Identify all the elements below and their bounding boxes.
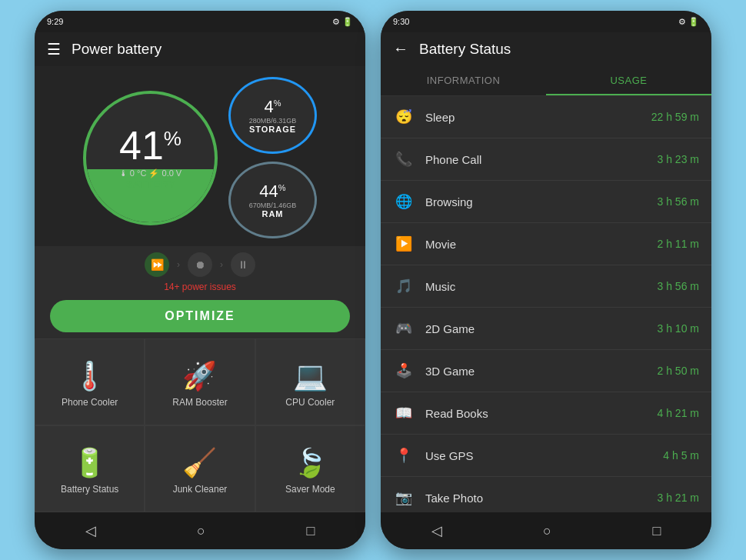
saver-mode-icon: 🍃 xyxy=(293,447,328,479)
3d-game-icon: 🕹️ xyxy=(393,360,415,382)
menu-icon[interactable]: ☰ xyxy=(47,40,61,58)
battery-percent: 41% xyxy=(119,125,182,165)
phone-call-name: Phone Call xyxy=(425,153,658,166)
tabs: INFORMATION USAGE xyxy=(381,65,711,96)
movie-icon: ▶️ xyxy=(393,233,415,255)
arrow-2: › xyxy=(220,259,223,270)
battery-label: BATTERY xyxy=(119,178,182,190)
nav-home-1[interactable]: ○ xyxy=(197,523,205,539)
usage-item-browsing: 🌐 Browsing 3 h 56 m xyxy=(381,181,711,223)
grid-item-ram-booster[interactable]: 🚀 RAM Booster xyxy=(145,338,255,425)
battery-status-header: ← Battery Status xyxy=(381,32,711,65)
battery-text: 41% 🌡 0 °C ⚡ 0.0 V BATTERY xyxy=(119,125,182,190)
junk-cleaner-label: Junk Cleaner xyxy=(173,484,228,495)
battery-status-icon: 🔋 xyxy=(72,447,107,479)
storage-percent: 4% xyxy=(264,97,281,117)
bottom-nav-2: ◁ ○ □ xyxy=(381,512,711,549)
tab-information[interactable]: INFORMATION xyxy=(381,65,546,95)
grid-item-junk-cleaner[interactable]: 🧹 Junk Cleaner xyxy=(145,425,255,512)
usage-item-3d-game: 🕹️ 3D Game 2 h 50 m xyxy=(381,350,711,392)
mode-normal[interactable]: ⏺ xyxy=(188,252,212,277)
use-gps-time: 4 h 5 m xyxy=(663,449,699,462)
usage-item-read-books: 📖 Read Books 4 h 21 m xyxy=(381,392,711,435)
nav-recent-2[interactable]: □ xyxy=(652,523,661,539)
browsing-time: 3 h 56 m xyxy=(658,195,699,208)
usage-item-use-gps: 📍 Use GPS 4 h 5 m xyxy=(381,435,711,477)
battery-section: 41% 🌡 0 °C ⚡ 0.0 V BATTERY 4% xyxy=(35,66,365,246)
take-photo-time: 3 h 21 m xyxy=(658,492,699,504)
phone-cooler-icon: 🌡️ xyxy=(72,360,107,392)
tab-usage[interactable]: USAGE xyxy=(546,65,711,95)
grid-item-phone-cooler[interactable]: 🌡️ Phone Cooler xyxy=(35,338,145,425)
take-photo-name: Take Photo xyxy=(425,492,658,505)
small-circles: 4% 280MB/6.31GB STORAGE 44% 670MB/1.46GB… xyxy=(228,77,317,238)
battery-status-label: Battery Status xyxy=(61,484,118,495)
status-time-2: 9:30 xyxy=(393,17,409,26)
icon-grid: 🌡️ Phone Cooler 🚀 RAM Booster 💻 CPU Cool… xyxy=(35,338,365,512)
power-modes: ⏩ › ⏺ › ⏸ xyxy=(145,246,255,280)
usage-item-take-photo: 📷 Take Photo 3 h 21 m xyxy=(381,477,711,512)
storage-circle: 4% 280MB/6.31GB STORAGE xyxy=(228,77,317,154)
phone-cooler-label: Phone Cooler xyxy=(62,397,118,408)
3d-game-name: 3D Game xyxy=(425,365,658,378)
3d-game-time: 2 h 50 m xyxy=(658,365,699,377)
ram-circle: 44% 670MB/1.46GB RAM xyxy=(228,162,317,238)
grid-item-saver-mode[interactable]: 🍃 Saver Mode xyxy=(255,425,365,512)
nav-recent-1[interactable]: □ xyxy=(306,523,315,539)
status-bar-1: 9:29 ⚙ 🔋 xyxy=(35,11,365,32)
phone2-content: INFORMATION USAGE 😴 Sleep 22 h 59 m 📞 Ph… xyxy=(381,65,711,512)
read-books-name: Read Books xyxy=(425,407,658,420)
ram-label: RAM xyxy=(261,209,283,218)
status-icons-1: ⚙ 🔋 xyxy=(332,17,353,27)
2d-game-icon: 🎮 xyxy=(393,318,415,339)
use-gps-name: Use GPS xyxy=(425,449,663,462)
status-time-1: 9:29 xyxy=(47,17,63,26)
ram-booster-label: RAM Booster xyxy=(172,397,227,408)
usage-item-2d-game: 🎮 2D Game 3 h 10 m xyxy=(381,308,711,350)
mode-slow[interactable]: ⏸ xyxy=(231,252,255,277)
battery-status-title: Battery Status xyxy=(419,41,511,58)
mode-fast[interactable]: ⏩ xyxy=(145,252,169,277)
music-name: Music xyxy=(425,280,658,293)
cpu-cooler-label: CPU Cooler xyxy=(285,397,335,408)
junk-cleaner-icon: 🧹 xyxy=(182,447,217,479)
saver-mode-label: Saver Mode xyxy=(285,484,335,495)
nav-home-2[interactable]: ○ xyxy=(543,523,551,539)
take-photo-icon: 📷 xyxy=(393,487,415,508)
usage-item-music: 🎵 Music 3 h 56 m xyxy=(381,265,711,308)
cpu-cooler-icon: 💻 xyxy=(293,360,328,392)
phone-1: 9:29 ⚙ 🔋 ☰ Power battery 41% 🌡 0 °C xyxy=(35,11,365,549)
app-title-1: Power battery xyxy=(72,41,162,58)
phone-call-time: 3 h 23 m xyxy=(658,153,699,165)
usage-item-movie: ▶️ Movie 2 h 11 m xyxy=(381,223,711,265)
status-icons-2: ⚙ 🔋 xyxy=(678,17,699,27)
optimize-button[interactable]: OPTIMIZE xyxy=(50,300,350,332)
2d-game-time: 3 h 10 m xyxy=(658,322,699,335)
nav-back-2[interactable]: ◁ xyxy=(431,522,442,539)
music-time: 3 h 56 m xyxy=(658,280,699,292)
phone-2: 9:30 ⚙ 🔋 ← Battery Status INFORMATION US… xyxy=(381,11,711,549)
back-arrow[interactable]: ← xyxy=(393,40,408,58)
ram-percent: 44% xyxy=(259,182,285,202)
sleep-name: Sleep xyxy=(425,111,651,124)
usage-list: 😴 Sleep 22 h 59 m 📞 Phone Call 3 h 23 m … xyxy=(381,96,711,512)
status-bar-2: 9:30 ⚙ 🔋 xyxy=(381,11,711,32)
bottom-nav-1: ◁ ○ □ xyxy=(35,512,365,549)
browsing-icon: 🌐 xyxy=(393,191,415,212)
read-books-time: 4 h 21 m xyxy=(658,407,699,419)
battery-circle: 41% 🌡 0 °C ⚡ 0.0 V BATTERY xyxy=(83,91,218,225)
sleep-icon: 😴 xyxy=(393,106,415,128)
use-gps-icon: 📍 xyxy=(393,445,415,466)
ram-detail: 670MB/1.46GB xyxy=(249,202,297,209)
usage-item-sleep: 😴 Sleep 22 h 59 m xyxy=(381,96,711,138)
2d-game-name: 2D Game xyxy=(425,322,658,335)
grid-item-cpu-cooler[interactable]: 💻 CPU Cooler xyxy=(255,338,365,425)
arrow-1: › xyxy=(177,259,180,270)
app-header-1: ☰ Power battery xyxy=(35,32,365,66)
read-books-icon: 📖 xyxy=(393,402,415,424)
movie-time: 2 h 11 m xyxy=(658,238,699,250)
nav-back-1[interactable]: ◁ xyxy=(85,522,96,539)
grid-item-battery-status[interactable]: 🔋 Battery Status xyxy=(35,425,145,512)
phone-call-icon: 📞 xyxy=(393,148,415,170)
music-icon: 🎵 xyxy=(393,275,415,297)
